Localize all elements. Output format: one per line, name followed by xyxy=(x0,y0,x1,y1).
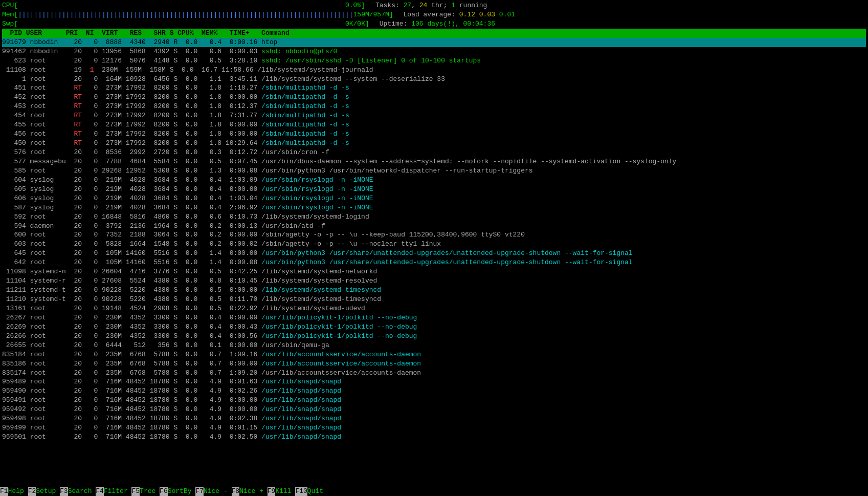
f1-key[interactable]: F1 xyxy=(0,487,8,496)
process-row-959491: 959491 root 20 0 716M 48452 18780 S 0.0 … xyxy=(2,396,866,405)
thr-label: thr; xyxy=(427,1,451,10)
process-row-592: 592 root 20 0 16848 5816 4860 S 0.0 0.6 … xyxy=(2,212,866,222)
f3-label: Search xyxy=(68,487,96,496)
running-count: 1 xyxy=(451,1,455,10)
cpu-val: 0.0%] xyxy=(345,1,365,10)
process-row-587: 587 syslog 20 0 219M 4028 3684 S 0.0 0.4… xyxy=(2,203,866,212)
column-header: PID USER PRI NI VIRT RES SHR S CPU% MEM%… xyxy=(2,29,866,38)
f6-key[interactable]: F6 xyxy=(160,487,168,496)
tasks-comma: , xyxy=(411,1,419,10)
f10-key[interactable]: F10 xyxy=(295,487,307,496)
process-row-991679: 991679 nbbodin 20 0 8888 4340 2940 R 0.0… xyxy=(2,38,866,47)
process-row-576: 576 root 20 0 8536 2992 2720 S 0.0 0.3 0… xyxy=(2,148,866,157)
process-row-959489: 959489 root 20 0 716M 48452 18780 S 0.0 … xyxy=(2,377,866,386)
process-row-453: 453 root RT 0 273M 17992 8200 S 0.0 1.8 … xyxy=(2,102,866,111)
tasks-count: 27 xyxy=(404,1,412,10)
process-row-455: 455 root RT 0 273M 17992 8200 S 0.0 1.8 … xyxy=(2,120,866,130)
mem-val: 159M/957M] xyxy=(353,10,393,19)
process-row-642: 642 root 20 0 105M 14160 5516 S 0.0 1.4 … xyxy=(2,258,866,267)
process-row-959499: 959499 root 20 0 716M 48452 18780 S 0.0 … xyxy=(2,423,866,433)
process-row-585: 585 root 20 0 29268 12952 5308 S 0.0 1.3… xyxy=(2,166,866,176)
process-row-452: 452 root RT 0 273M 17992 8200 S 0.0 1.8 … xyxy=(2,93,866,102)
load-space1 xyxy=(475,10,479,19)
process-row-26269: 26269 root 20 0 230M 4352 3300 S 0.0 0.4… xyxy=(2,322,866,332)
process-row-454: 454 root RT 0 273M 17992 8200 S 0.0 1.8 … xyxy=(2,111,866,120)
process-list: 991679 nbbodin 20 0 8888 4340 2940 R 0.0… xyxy=(2,38,866,442)
process-row-26267: 26267 root 20 0 230M 4352 3300 S 0.0 0.4… xyxy=(2,313,866,322)
process-row-959501: 959501 root 20 0 716M 48452 18780 S 0.0 … xyxy=(2,433,866,442)
load-space2 xyxy=(495,10,499,19)
process-row-959490: 959490 root 20 0 716M 48452 18780 S 0.0 … xyxy=(2,386,866,396)
process-row-450: 450 root RT 0 273M 17992 8200 S 0.0 1.8 … xyxy=(2,139,866,148)
process-row-11211: 11211 systemd-t 20 0 90228 5220 4380 S 0… xyxy=(2,286,866,295)
f9-key[interactable]: F9 xyxy=(268,487,276,496)
f2-label: Setup xyxy=(36,487,60,496)
process-row-13161: 13161 root 20 0 19148 4524 2908 S 0.0 0.… xyxy=(2,304,866,313)
process-row-11108: 11108 root 19 1 230M 159M 158M S 0.0 16.… xyxy=(2,66,866,75)
cpu-bar xyxy=(18,1,345,10)
swp-val: 0K/0K] xyxy=(345,19,369,29)
f7-label: Nice - xyxy=(204,487,232,496)
process-row-600: 600 root 20 0 7352 2188 3064 S 0.0 0.2 0… xyxy=(2,230,866,240)
process-row-26266: 26266 root 20 0 230M 4352 3300 S 0.0 0.4… xyxy=(2,332,866,341)
f10-label: Quit xyxy=(307,487,323,496)
process-row-623: 623 root 20 0 12176 5076 4148 S 0.0 0.5 … xyxy=(2,56,866,66)
process-row-959498: 959498 root 20 0 716M 48452 18780 S 0.0 … xyxy=(2,414,866,423)
f4-key[interactable]: F4 xyxy=(96,487,104,496)
f8-label: Nice + xyxy=(239,487,268,496)
process-row-456: 456 root RT 0 273M 17992 8200 S 0.0 1.8 … xyxy=(2,130,866,139)
f2-key[interactable]: F2 xyxy=(28,487,36,496)
mem-bar: ||||||||||||||||||||||||||||||||||||||||… xyxy=(18,10,353,19)
cpu-label: CPU[ xyxy=(2,1,18,10)
process-row-606: 606 syslog 20 0 219M 4028 3684 S 0.0 0.4… xyxy=(2,194,866,203)
f7-key[interactable]: F7 xyxy=(195,487,204,496)
process-row-594: 594 daemon 20 0 3792 2136 1964 S 0.0 0.2… xyxy=(2,222,866,231)
load15: 0.01 xyxy=(499,10,515,19)
process-row-645: 645 root 20 0 105M 14160 5516 S 0.0 1.4 … xyxy=(2,249,866,258)
process-row-26655: 26655 root 20 0 6444 512 356 S 0.0 0.1 0… xyxy=(2,341,866,350)
f1-label: Help xyxy=(8,487,28,496)
process-row-603: 603 root 20 0 5828 1664 1548 S 0.0 0.2 0… xyxy=(2,240,866,249)
uptime-val: 106 days(!), 00:04:36 xyxy=(411,19,495,29)
terminal: CPU[ 0.0%] Tasks: 27, 24 thr; 1 running … xyxy=(0,0,868,496)
process-row-991462: 991462 nbbodin 20 0 13956 5868 4392 S 0.… xyxy=(2,47,866,56)
header-line-cpu: CPU[ 0.0%] Tasks: 27, 24 thr; 1 running xyxy=(2,1,866,10)
header: CPU[ 0.0%] Tasks: 27, 24 thr; 1 running … xyxy=(2,1,866,29)
process-row-959492: 959492 root 20 0 716M 48452 18780 S 0.0 … xyxy=(2,405,866,414)
running-label: running xyxy=(455,1,487,10)
process-row-451: 451 root RT 0 273M 17992 8200 S 0.0 1.8 … xyxy=(2,83,866,93)
thr-count: 24 xyxy=(419,1,428,10)
f4-label: Filter xyxy=(104,487,132,496)
process-row-577: 577 messagebu 20 0 7788 4684 5584 S 0.0 … xyxy=(2,157,866,166)
header-line-mem: Mem[||||||||||||||||||||||||||||||||||||… xyxy=(2,10,866,19)
f5-label: Tree xyxy=(140,487,160,496)
process-row-605: 605 syslog 20 0 219M 4028 3684 S 0.0 0.4… xyxy=(2,185,866,194)
swp-label: Swp[ xyxy=(2,19,18,29)
load-label: Load average: xyxy=(393,10,459,19)
process-row-835186: 835186 root 20 0 235M 6768 5788 S 0.0 0.… xyxy=(2,359,866,369)
process-row-11104: 11104 systemd-r 20 0 27608 5524 4380 S 0… xyxy=(2,276,866,286)
swp-bar xyxy=(18,19,345,29)
f6-label: SortBy xyxy=(168,487,196,496)
load5: 0.03 xyxy=(479,10,495,19)
mem-label: Mem[ xyxy=(2,10,18,19)
tasks-label: Tasks: xyxy=(365,1,404,10)
process-row-1: 1 root 20 0 164M 10928 6456 S 0.0 1.1 3:… xyxy=(2,75,866,84)
f5-key[interactable]: F5 xyxy=(131,487,140,496)
process-row-835174: 835174 root 20 0 235M 6768 5788 S 0.0 0.… xyxy=(2,369,866,378)
process-row-835184: 835184 root 20 0 235M 6768 5788 S 0.0 0.… xyxy=(2,350,866,359)
process-row-11210: 11210 systemd-t 20 0 90228 5220 4380 S 0… xyxy=(2,295,866,304)
f8-key[interactable]: F8 xyxy=(232,487,240,496)
f9-label: Kill xyxy=(275,487,295,496)
uptime-label: Uptime: xyxy=(369,19,411,29)
load1: 0.12 xyxy=(459,10,475,19)
footer: F1Help F2Setup F3Search F4Filter F5Tree … xyxy=(0,487,868,496)
process-row-11098: 11098 systemd-n 20 0 26604 4716 3776 S 0… xyxy=(2,267,866,276)
f3-key[interactable]: F3 xyxy=(60,487,68,496)
process-row-604: 604 syslog 20 0 219M 4028 3684 S 0.0 0.4… xyxy=(2,176,866,185)
header-line-swp: Swp[ 0K/0K] Uptime: 106 days(!), 00:04:3… xyxy=(2,19,866,29)
